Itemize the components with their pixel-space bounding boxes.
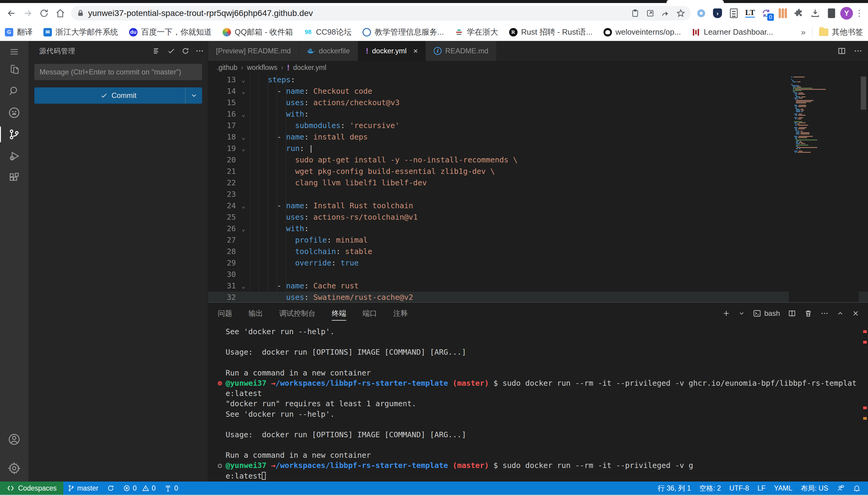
crayons-extension-icon[interactable] — [777, 7, 788, 19]
panel-tab[interactable]: 调试控制台 — [279, 303, 315, 324]
reload-button[interactable] — [37, 6, 51, 20]
editor-actions-more-icon[interactable] — [854, 46, 863, 56]
code-line[interactable]: 29 override: true — [208, 257, 868, 269]
code-line[interactable]: 23 — [208, 189, 868, 200]
address-bar[interactable]: yunwei37-potential-space-trout-rpr5qwj66… — [71, 6, 691, 20]
line-number[interactable]: 24 — [208, 200, 236, 212]
remote-indicator[interactable]: Codespaces — [0, 482, 63, 495]
line-number[interactable]: 29 — [208, 257, 236, 269]
keyboard-layout[interactable]: 布局: US — [796, 482, 833, 495]
refresh-icon[interactable] — [181, 47, 190, 55]
languagetool-extension-icon[interactable]: LT — [744, 7, 756, 19]
terminal-instance[interactable]: bash — [753, 309, 780, 317]
explorer-icon[interactable] — [0, 60, 28, 78]
code-line[interactable]: 30 — [208, 269, 868, 280]
code-line[interactable]: 14⌄ - name: Checkout code — [208, 86, 868, 97]
browser-menu-icon[interactable]: ⋮ — [855, 12, 864, 15]
code-line[interactable]: 19⌄ run: | — [208, 143, 868, 154]
search-icon[interactable] — [0, 82, 28, 100]
open-in-window-icon[interactable] — [646, 9, 655, 17]
editor-tab[interactable]: dockerfile — [299, 41, 358, 61]
line-number[interactable]: 23 — [208, 189, 236, 200]
copy-pages-extension-icon[interactable] — [728, 7, 739, 19]
github-icon[interactable] — [0, 104, 28, 122]
feedback-icon[interactable] — [833, 482, 849, 495]
bookmark-item[interactable]: du百度一下，你就知道 — [129, 27, 212, 37]
notifications-bell-icon[interactable] — [849, 482, 865, 495]
code-line[interactable]: 25 uses: actions-rs/toolchain@v1 — [208, 212, 868, 223]
panel-more-actions-icon[interactable] — [820, 309, 829, 317]
line-number[interactable]: 32 — [208, 292, 236, 302]
line-number[interactable]: 16 — [208, 108, 236, 120]
code-line[interactable]: 24⌄ - name: Install Rust toolchain — [208, 200, 868, 212]
commit-dropdown-chevron-icon[interactable] — [185, 88, 202, 104]
close-tab-icon[interactable]: × — [413, 46, 418, 56]
line-number[interactable]: 25 — [208, 212, 236, 223]
share-icon[interactable] — [661, 9, 670, 17]
fold-chevron-icon[interactable]: ⌄ — [238, 108, 249, 120]
breadcrumb-item[interactable]: docker.yml — [293, 64, 326, 72]
fold-chevron-icon[interactable]: ⌄ — [238, 143, 249, 154]
settings-gear-icon[interactable] — [0, 459, 28, 477]
code-line[interactable]: 13⌄ steps: — [208, 74, 868, 86]
ports-indicator[interactable]: 0 — [160, 482, 182, 495]
editor-tab[interactable]: [Preview] README.md — [208, 41, 299, 61]
editor-scrollbar-thumb[interactable] — [861, 77, 866, 110]
bookmark-item[interactable]: weloveinterns/op... — [603, 27, 681, 37]
panel-tab[interactable]: 终端 — [332, 303, 346, 324]
line-number[interactable]: 20 — [208, 154, 236, 166]
bookmark-item[interactable]: ✉浙江大学邮件系统 — [43, 27, 118, 37]
code-line[interactable]: 16⌄ with: — [208, 108, 868, 120]
forward-button[interactable] — [20, 6, 35, 20]
code-editor[interactable]: 13⌄ steps:14⌄ - name: Checkout code15 us… — [208, 74, 868, 302]
split-editor-icon[interactable] — [837, 46, 846, 56]
bookmarks-overflow-icon[interactable]: » — [801, 27, 806, 37]
view-as-list-icon[interactable] — [152, 46, 161, 56]
fold-chevron-icon[interactable]: ⌄ — [238, 131, 249, 143]
line-number[interactable]: 31 — [208, 280, 236, 292]
bookmark-item[interactable]: 教学管理信息服务... — [362, 27, 444, 37]
other-bookmarks-button[interactable]: 其他书签 — [819, 27, 863, 37]
accounts-icon[interactable] — [0, 430, 28, 448]
code-line[interactable]: 17 submodules: 'recursive' — [208, 120, 868, 131]
code-line[interactable]: 21 wget pkg-config build-essential zlib1… — [208, 166, 868, 177]
line-number[interactable]: 21 — [208, 166, 236, 177]
line-number[interactable]: 17 — [208, 120, 236, 131]
new-terminal-icon[interactable] — [722, 309, 731, 317]
code-line[interactable]: 31⌄ - name: Cache rust — [208, 280, 868, 292]
line-number[interactable]: 19 — [208, 143, 236, 154]
shield-extension-icon[interactable]: › — [712, 7, 723, 19]
maximize-panel-chevron-icon[interactable] — [837, 310, 844, 317]
split-terminal-icon[interactable] — [788, 309, 796, 317]
panel-tab[interactable]: 端口 — [362, 303, 377, 324]
tab-sync-extension-icon[interactable]: 0 — [761, 7, 772, 19]
encoding[interactable]: UTF-8 — [725, 482, 753, 495]
commit-check-icon[interactable] — [167, 46, 176, 56]
breadcrumb-item[interactable]: workflows — [247, 64, 278, 72]
commit-button[interactable]: Commit — [34, 88, 202, 104]
problems-indicator[interactable]: 0 0 — [119, 482, 160, 495]
clipboard-icon[interactable] — [631, 9, 639, 17]
language-mode[interactable]: YAML — [770, 482, 796, 495]
panel-tab[interactable]: 注释 — [393, 303, 408, 324]
branch-indicator[interactable]: master — [63, 482, 103, 495]
line-number[interactable]: 26 — [208, 223, 236, 234]
minimap[interactable] — [789, 74, 859, 302]
extensions-icon[interactable] — [0, 169, 28, 187]
run-debug-icon[interactable] — [0, 147, 28, 165]
code-line[interactable]: 28 toolchain: stable — [208, 246, 868, 257]
more-actions-icon[interactable] — [195, 46, 204, 56]
downloads-icon[interactable] — [809, 7, 821, 19]
line-number[interactable]: 30 — [208, 269, 236, 280]
fold-chevron-icon[interactable]: ⌄ — [238, 86, 249, 97]
fold-chevron-icon[interactable]: ⌄ — [238, 223, 249, 234]
extensions-puzzle-icon[interactable] — [793, 7, 805, 19]
bookmark-item[interactable]: Learner Dashboar... — [691, 27, 773, 37]
line-number[interactable]: 14 — [208, 86, 236, 97]
panel-tab[interactable]: 问题 — [218, 303, 232, 324]
indentation[interactable]: 空格: 2 — [695, 482, 725, 495]
commit-message-input[interactable] — [34, 64, 202, 80]
code-line[interactable]: 20 sudo apt-get install -y --no-install-… — [208, 154, 868, 166]
kill-terminal-trash-icon[interactable] — [804, 309, 812, 317]
panel-tab[interactable]: 输出 — [249, 303, 263, 324]
